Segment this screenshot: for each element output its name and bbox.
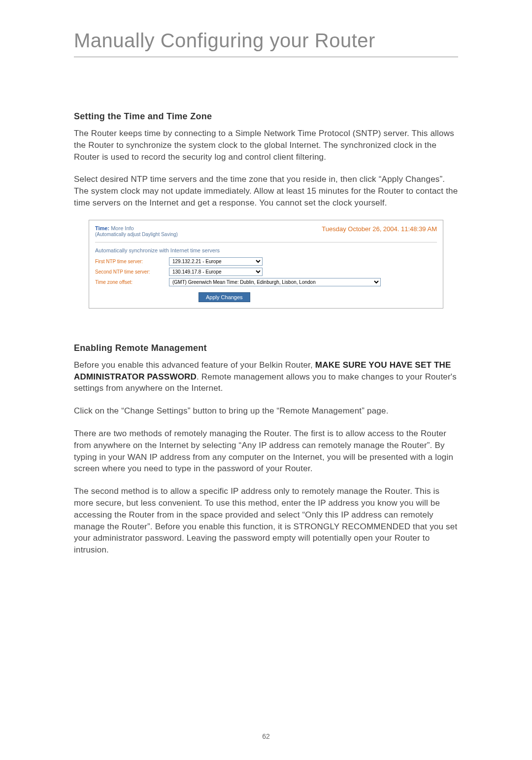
first-ntp-row: First NTP time server: 129.132.2.21 - Eu… — [95, 257, 437, 266]
first-ntp-select[interactable]: 129.132.2.21 - Europe — [169, 257, 263, 266]
auto-sync-label: Automatically synchronize with Internet … — [95, 247, 437, 253]
paragraph: The Router keeps time by connecting to a… — [74, 128, 458, 163]
page-title: Manually Configuring your Router — [74, 30, 458, 57]
router-time-settings-screenshot: Time: More Info (Automatically adjust Da… — [89, 220, 443, 309]
screenshot-header: Time: More Info (Automatically adjust Da… — [95, 225, 437, 237]
section-heading-remote: Enabling Remote Management — [74, 343, 458, 353]
paragraph: Click on the “Change Settings” button to… — [74, 405, 458, 417]
text-segment: Before you enable this advanced feature … — [74, 360, 315, 370]
current-datetime: Tuesday October 26, 2004. 11:48:39 AM — [322, 225, 437, 233]
second-ntp-label: Second NTP time server: — [95, 269, 169, 275]
timezone-row: Time zone offset: (GMT) Greenwich Mean T… — [95, 278, 437, 286]
daylight-saving-note: (Automatically adjust Daylight Saving) — [95, 232, 178, 237]
divider — [95, 242, 437, 242]
time-info-block: Time: More Info (Automatically adjust Da… — [95, 225, 178, 237]
more-info-link[interactable]: More Info — [111, 225, 133, 231]
second-ntp-select[interactable]: 130.149.17.8 - Europe — [169, 268, 263, 276]
time-label: Time: — [95, 225, 111, 231]
section-heading-time: Setting the Time and Time Zone — [74, 111, 458, 122]
paragraph: Select desired NTP time servers and the … — [74, 173, 458, 208]
paragraph: The second method is to allow a specific… — [74, 485, 458, 556]
timezone-label: Time zone offset: — [95, 279, 169, 285]
page-number: 62 — [262, 732, 270, 740]
paragraph: There are two methods of remotely managi… — [74, 428, 458, 475]
first-ntp-label: First NTP time server: — [95, 259, 169, 264]
apply-changes-button[interactable]: Apply Changes — [199, 292, 250, 302]
timezone-select[interactable]: (GMT) Greenwich Mean Time: Dublin, Edinb… — [169, 278, 381, 286]
paragraph: Before you enable this advanced feature … — [74, 359, 458, 394]
second-ntp-row: Second NTP time server: 130.149.17.8 - E… — [95, 268, 437, 276]
